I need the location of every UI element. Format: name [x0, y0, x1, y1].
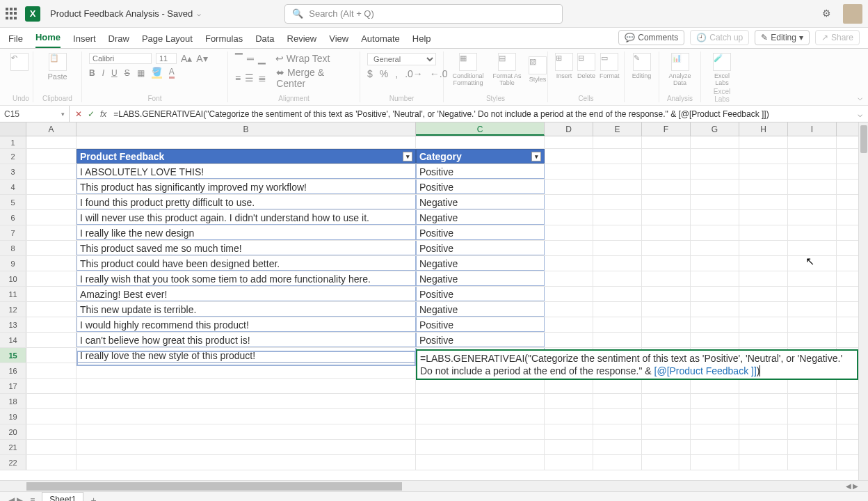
cell[interactable]: [739, 424, 788, 439]
cell[interactable]: [788, 180, 837, 194]
cell[interactable]: [593, 180, 642, 194]
cell[interactable]: [545, 256, 593, 271]
cell[interactable]: [593, 164, 642, 179]
tab-review[interactable]: Review: [287, 33, 317, 48]
cell[interactable]: Positive: [416, 287, 545, 301]
column-header-C[interactable]: C: [416, 122, 545, 136]
filter-icon[interactable]: ▾: [531, 152, 541, 161]
cell[interactable]: [545, 225, 593, 240]
cell[interactable]: Negative: [416, 195, 545, 209]
cell[interactable]: [77, 424, 416, 439]
strike-button[interactable]: S: [124, 68, 130, 78]
cell[interactable]: [642, 149, 691, 164]
cell[interactable]: [26, 302, 77, 317]
row-header[interactable]: 3: [0, 164, 26, 179]
cell[interactable]: [26, 195, 77, 209]
expand-formula-icon[interactable]: ⌵: [852, 109, 868, 119]
cell[interactable]: [26, 409, 77, 424]
row-header[interactable]: 4: [0, 180, 26, 194]
select-all-corner[interactable]: [0, 122, 26, 136]
cell[interactable]: [642, 225, 691, 240]
cell[interactable]: [545, 440, 593, 454]
column-header-G[interactable]: G: [691, 122, 739, 136]
cell[interactable]: [788, 455, 837, 470]
align-mid-icon[interactable]: ═: [247, 53, 254, 64]
cell[interactable]: [642, 379, 691, 393]
cell[interactable]: [416, 136, 545, 148]
cell[interactable]: [593, 225, 642, 240]
cell[interactable]: [545, 287, 593, 301]
cell[interactable]: [788, 271, 837, 286]
cell[interactable]: [545, 394, 593, 408]
cell[interactable]: [26, 348, 77, 363]
cell[interactable]: [691, 317, 739, 332]
cell[interactable]: [739, 225, 788, 240]
conditional-formatting-button[interactable]: ▦Conditional Formatting: [451, 53, 485, 86]
cell[interactable]: [739, 317, 788, 332]
vertical-scrollbar[interactable]: [858, 122, 868, 480]
cell[interactable]: [545, 455, 593, 470]
cell[interactable]: [416, 409, 545, 424]
cell[interactable]: [691, 241, 739, 255]
cell[interactable]: [26, 241, 77, 255]
cell-formula-editor[interactable]: =LABS.GENERATIVEAI("Categorize the senti…: [416, 349, 858, 380]
cell[interactable]: [545, 409, 593, 424]
cell[interactable]: [788, 333, 837, 347]
cell[interactable]: [788, 195, 837, 209]
cell[interactable]: [691, 225, 739, 240]
cell[interactable]: Negative: [416, 271, 545, 286]
cell[interactable]: [642, 409, 691, 424]
percent-icon[interactable]: %: [380, 68, 388, 79]
cell[interactable]: [788, 241, 837, 255]
row-header[interactable]: 9: [0, 256, 26, 271]
cell[interactable]: [691, 180, 739, 194]
cell[interactable]: [593, 136, 642, 148]
cell[interactable]: [593, 424, 642, 439]
cell[interactable]: I would highly recommend this product!: [77, 317, 416, 332]
scrollbar-thumb[interactable]: [26, 482, 402, 491]
cell[interactable]: [788, 164, 837, 179]
cell[interactable]: [26, 271, 77, 286]
cell[interactable]: I ABSOLUTELY LOVE THIS!: [77, 164, 416, 179]
cell[interactable]: I really like the new design: [77, 225, 416, 240]
cell[interactable]: [739, 195, 788, 209]
undo-button[interactable]: ↶: [13, 53, 26, 71]
cell[interactable]: [642, 210, 691, 225]
sheet-menu-icon[interactable]: ≡: [30, 495, 35, 502]
cell[interactable]: [642, 302, 691, 317]
tab-data[interactable]: Data: [255, 33, 274, 48]
comma-icon[interactable]: ,: [395, 68, 398, 79]
cell[interactable]: [691, 424, 739, 439]
cell[interactable]: [545, 149, 593, 164]
cell[interactable]: [545, 302, 593, 317]
cell[interactable]: [739, 379, 788, 393]
cell[interactable]: [788, 317, 837, 332]
cell[interactable]: Negative: [416, 302, 545, 317]
cell[interactable]: I really wish that you took some tiem to…: [77, 271, 416, 286]
cell[interactable]: [593, 379, 642, 393]
cell[interactable]: [26, 210, 77, 225]
fx-icon[interactable]: fx: [100, 109, 111, 119]
cell[interactable]: [545, 180, 593, 194]
cell[interactable]: [545, 136, 593, 148]
cell[interactable]: This product saved me so much time!: [77, 241, 416, 255]
cell[interactable]: [691, 379, 739, 393]
cell[interactable]: [77, 455, 416, 470]
cell[interactable]: [545, 241, 593, 255]
delete-cells-button[interactable]: ⊟Delete: [577, 53, 595, 79]
cell[interactable]: Positive: [416, 241, 545, 255]
cell[interactable]: [739, 241, 788, 255]
cell[interactable]: [26, 394, 77, 408]
app-launcher-icon[interactable]: [6, 8, 18, 20]
cell[interactable]: [642, 394, 691, 408]
cell[interactable]: [642, 180, 691, 194]
row-header[interactable]: 1: [0, 136, 26, 148]
cell[interactable]: [788, 136, 837, 148]
cell[interactable]: Negative: [416, 256, 545, 271]
cell[interactable]: [593, 149, 642, 164]
cell[interactable]: [739, 136, 788, 148]
avatar[interactable]: [843, 4, 862, 24]
tab-view[interactable]: View: [329, 33, 348, 48]
cell[interactable]: [593, 256, 642, 271]
cell[interactable]: Amazing! Best ever!: [77, 287, 416, 301]
